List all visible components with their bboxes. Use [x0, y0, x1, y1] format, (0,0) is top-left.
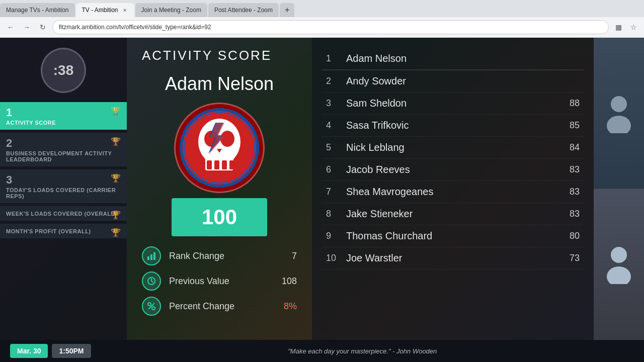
svg-point-8	[220, 131, 234, 147]
sidebar-item-num-1: 1	[6, 106, 121, 119]
sidebar-item-label-4: Week's Loads Covered (Overall)	[6, 211, 121, 217]
tab-zoom-post[interactable]: Post Attendee - Zoom	[208, 3, 279, 17]
person-score: 83	[554, 187, 580, 197]
sidebar-item-activity-score[interactable]: 🏆 1 Activity Score	[0, 102, 127, 130]
timer-display: :38	[53, 62, 73, 78]
stat-value-prev: 108	[282, 276, 297, 287]
tab-label: Join a Meeting - Zoom	[141, 7, 201, 14]
stat-row-rank: Rank Change 7	[142, 246, 297, 265]
svg-rect-5	[222, 160, 227, 169]
rank-number: 10	[326, 253, 346, 263]
person-score: 84	[554, 142, 580, 153]
quote-text: "Make each day your masterpiece." - John…	[91, 347, 634, 355]
score-badge: 100	[172, 198, 267, 236]
rank-number: 6	[326, 164, 346, 175]
sidebar-item-months-profit[interactable]: 🏆 Month's Profit (Overall)	[0, 224, 127, 238]
trophy-icon-2: 🏆	[111, 137, 121, 146]
stat-label-rank: Rank Change	[169, 251, 284, 261]
svg-rect-3	[207, 160, 212, 169]
tab-tv-ambition[interactable]: TV - Ambition ✕	[76, 3, 134, 17]
countdown-timer: :38	[41, 48, 86, 93]
sidebar-item-biz-dev[interactable]: 🏆 2 Business Development Activity Leader…	[0, 133, 127, 166]
person-name: Thomas Churchard	[346, 230, 554, 242]
date-badge: Mar. 30	[10, 344, 48, 358]
person-score: 88	[554, 98, 580, 109]
sidebar-item-num-3: 3	[6, 173, 121, 187]
rank-number: 2	[326, 76, 346, 86]
sidebar-item-label-2: Business Development Activity Leaderboar…	[6, 150, 121, 162]
svg-line-17	[148, 303, 154, 309]
person-score: 85	[554, 120, 580, 131]
avatar-image	[179, 108, 260, 188]
leaderboard: 1 Adam Nelson 2 Andy Sowder 3 Sam Sheldo…	[312, 38, 594, 340]
tab-label: TV - Ambition	[82, 7, 118, 14]
stats-list: Rank Change 7 Previous Value 108	[142, 246, 297, 316]
rank-number: 1	[326, 53, 346, 64]
url-text: fitzmark.ambition.com/tv/officetv#/slide…	[59, 24, 211, 31]
tab-bar: Manage TVs - Ambition TV - Ambition ✕ Jo…	[0, 0, 644, 17]
leaderboard-row: 5 Nick Leblang 84	[322, 137, 584, 159]
stat-value-rank: 7	[292, 251, 297, 261]
winner-name: Adam Nelson	[165, 73, 274, 95]
svg-rect-6	[229, 160, 234, 169]
split-screen-icon[interactable]: ▦	[612, 21, 625, 34]
leaderboard-row: 2 Andy Sowder	[322, 70, 584, 93]
stat-label-prev: Previous Value	[169, 276, 274, 287]
webcam-person-2	[594, 189, 644, 340]
time-badge: 1:50PM	[52, 344, 91, 358]
person-score: 73	[554, 253, 580, 263]
back-button[interactable]: ←	[4, 21, 17, 34]
trophy-icon-4: 🏆	[111, 210, 121, 220]
browser-chrome: Manage TVs - Ambition TV - Ambition ✕ Jo…	[0, 0, 644, 38]
svg-rect-11	[147, 256, 149, 260]
webcam-slot-1	[594, 38, 644, 189]
svg-point-18	[611, 96, 627, 112]
tab-close-icon[interactable]: ✕	[121, 7, 128, 14]
timer-container: :38	[41, 48, 86, 93]
refresh-button[interactable]: ↻	[36, 21, 49, 34]
svg-rect-4	[214, 160, 219, 169]
nav-icons: ▦ ☆	[612, 21, 640, 34]
forward-button[interactable]: →	[20, 21, 33, 34]
person-score: 80	[554, 231, 580, 241]
leaderboard-row: 1 Adam Nelson	[322, 48, 584, 70]
rank-number: 9	[326, 231, 346, 241]
tab-label: Manage TVs - Ambition	[6, 7, 69, 14]
svg-point-15	[148, 303, 151, 306]
leaderboard-row: 4 Sasa Trifkovic 85	[322, 115, 584, 137]
person-name: Jake Stieneker	[346, 208, 554, 220]
leaderboard-row: 9 Thomas Churchard 80	[322, 225, 584, 247]
person-name: Joe Warstler	[346, 252, 554, 264]
star-icon[interactable]: ☆	[627, 21, 640, 34]
leaderboard-rows: 1 Adam Nelson 2 Andy Sowder 3 Sam Sheldo…	[322, 48, 584, 269]
leaderboard-row: 8 Jake Stieneker 83	[322, 203, 584, 225]
sidebar-item-label-5: Month's Profit (Overall)	[6, 228, 121, 234]
person-name: Nick Leblang	[346, 142, 554, 153]
trophy-icon-5: 🏆	[111, 228, 121, 237]
address-bar[interactable]: fitzmark.ambition.com/tv/officetv#/slide…	[52, 20, 609, 34]
chart-icon	[142, 246, 161, 265]
sidebar-item-loads-today[interactable]: 🏆 3 Today's Loads Covered (Carrier Reps)	[0, 169, 127, 203]
trophy-icon-1: 🏆	[111, 106, 121, 116]
tab-zoom-meeting[interactable]: Join a Meeting - Zoom	[135, 3, 207, 17]
new-tab-button[interactable]: +	[280, 3, 294, 17]
person-name: Andy Sowder	[346, 75, 554, 87]
tab-manage-tvs[interactable]: Manage TVs - Ambition	[0, 3, 75, 17]
stat-row-pct: Percent Change 8%	[142, 297, 297, 316]
svg-rect-12	[150, 254, 152, 260]
leaderboard-row: 6 Jacob Reeves 83	[322, 159, 584, 181]
sidebar-item-loads-week[interactable]: 🏆 Week's Loads Covered (Overall)	[0, 206, 127, 221]
clock-icon	[142, 272, 161, 291]
svg-point-19	[607, 116, 631, 133]
sidebar: :38 🏆 1 Activity Score 🏆 2 Business Deve…	[0, 38, 127, 340]
svg-point-16	[152, 307, 155, 310]
sidebar-item-label-1: Activity Score	[6, 120, 121, 126]
stat-row-prev: Previous Value 108	[142, 272, 297, 291]
sidebar-item-label-3: Today's Loads Covered (Carrier Reps)	[6, 187, 121, 199]
person-name: Adam Nelson	[346, 53, 554, 64]
page-title: Activity Score	[142, 48, 272, 63]
rank-number: 3	[326, 98, 346, 109]
stat-value-pct: 8%	[284, 301, 297, 312]
center-panel: Activity Score Adam Nelson	[127, 38, 312, 340]
stat-label-pct: Percent Change	[169, 301, 276, 312]
